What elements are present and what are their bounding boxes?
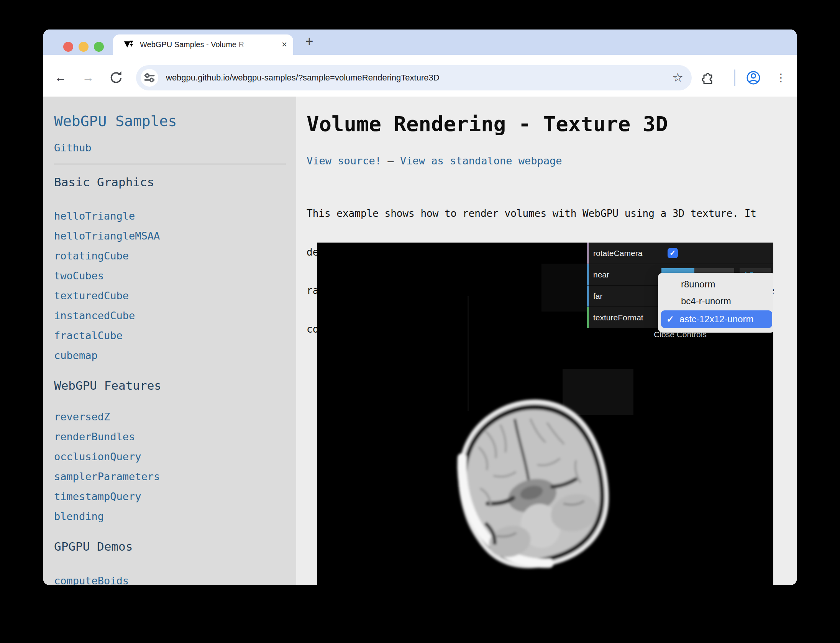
sidebar-link-samplerparameters[interactable]: samplerParameters: [54, 471, 160, 482]
tab-strip: WebGPU Samples - Volume R × +: [43, 30, 797, 55]
textureformat-dropdown-menu: r8unorm bc4-r-unorm ✓ astc-12x12-unorm: [658, 273, 773, 333]
selected-option-label: astc-12x12-unorm: [679, 310, 753, 328]
sidebar-divider: [54, 164, 286, 164]
url-bar[interactable]: webgpu.github.io/webgpu-samples/?sample=…: [136, 65, 692, 90]
toolbar-separator: [734, 69, 735, 86]
url-text[interactable]: webgpu.github.io/webgpu-samples/?sample=…: [166, 65, 440, 90]
sidebar-heading-basic-graphics: Basic Graphics: [54, 175, 154, 189]
traffic-zoom-button[interactable]: [94, 42, 104, 52]
row-stripe: [587, 307, 589, 328]
rotatecamera-label: rotateCamera: [593, 243, 642, 264]
profile-avatar-icon[interactable]: [746, 70, 761, 85]
sidebar-link-texturedcube[interactable]: texturedCube: [54, 290, 129, 302]
reload-icon[interactable]: [108, 70, 124, 85]
sidebar-link-cubemap[interactable]: cubemap: [54, 349, 98, 361]
sidebar-heading-gpgpu-demos: GPGPU Demos: [54, 540, 133, 553]
sidebar-link-timestampquery[interactable]: timestampQuery: [54, 490, 141, 502]
forward-icon: →: [80, 70, 96, 85]
dropdown-option-r8unorm[interactable]: r8unorm: [681, 277, 769, 292]
rotatecamera-checkbox[interactable]: ✓: [668, 248, 678, 258]
near-label: near: [593, 264, 609, 285]
traffic-close-button[interactable]: [63, 42, 73, 52]
sidebar-link-fractalcube[interactable]: fractalCube: [54, 330, 123, 341]
textureformat-label: textureFormat: [593, 307, 643, 328]
standalone-link[interactable]: View as standalone webpage: [400, 155, 562, 167]
sidebar-link-twocubes[interactable]: twoCubes: [54, 270, 104, 282]
row-stripe: [587, 243, 589, 264]
view-source-link[interactable]: View source!: [307, 155, 381, 167]
far-label: far: [593, 285, 603, 307]
webgpu-favicon-icon: [124, 39, 135, 50]
sidebar-link-rotatingcube[interactable]: rotatingCube: [54, 250, 129, 262]
sidebar-link-instancedcube[interactable]: instancedCube: [54, 310, 135, 322]
back-icon[interactable]: ←: [53, 70, 68, 85]
traffic-minimize-button[interactable]: [79, 42, 89, 52]
browser-toolbar: ← → webgpu.github.io/webgpu-samples/?sam…: [43, 55, 797, 97]
page-content: WebGPU Samples Github Basic Graphics hel…: [43, 97, 797, 585]
main-content: Volume Rendering - Texture 3D View sourc…: [296, 97, 797, 585]
sidebar-link-reversedz[interactable]: reversedZ: [54, 411, 110, 423]
selected-check-icon: ✓: [666, 310, 674, 328]
dropdown-option-selected[interactable]: ✓ astc-12x12-unorm: [661, 310, 772, 328]
sidebar-nav: WebGPU Samples Github Basic Graphics hel…: [43, 97, 296, 585]
sample-links: View source! – View as standalone webpag…: [307, 155, 562, 167]
row-stripe: [587, 264, 589, 285]
sidebar-link-occlusionquery[interactable]: occlusionQuery: [54, 451, 141, 463]
description-line: This example shows how to render volumes…: [307, 207, 774, 220]
page-title: Volume Rendering - Texture 3D: [307, 112, 668, 136]
sidebar-title: WebGPU Samples: [54, 113, 177, 130]
tune-icon: [141, 69, 158, 87]
sidebar-heading-webgpu-features: WebGPU Features: [54, 379, 161, 392]
sidebar-link-computeboids[interactable]: computeBoids: [54, 575, 129, 585]
sidebar-link-github[interactable]: Github: [54, 142, 92, 154]
sidebar-link-renderbundles[interactable]: renderBundles: [54, 431, 135, 443]
browser-tab[interactable]: WebGPU Samples - Volume R ×: [113, 34, 293, 55]
browser-window: WebGPU Samples - Volume R × + ← → webgpu…: [43, 30, 797, 585]
sidebar-link-blending[interactable]: blending: [54, 510, 104, 522]
row-stripe: [587, 285, 589, 307]
new-tab-button[interactable]: +: [299, 31, 320, 52]
sidebar-link-hellotrianglemsaa[interactable]: helloTriangleMSAA: [54, 230, 160, 242]
tab-title-fade: [232, 34, 256, 55]
tab-close-icon[interactable]: ×: [282, 34, 287, 55]
menu-dots-icon[interactable]: ⋮: [773, 70, 789, 85]
webgpu-canvas[interactable]: rotateCamera ✓ near 4.3 far: [317, 243, 773, 585]
sidebar-link-hellotriangle[interactable]: helloTriangle: [54, 210, 135, 222]
extensions-icon[interactable]: [699, 70, 715, 85]
dropdown-option-bc4[interactable]: bc4-r-unorm: [681, 294, 769, 309]
links-separator: –: [387, 155, 394, 167]
bookmark-star-icon[interactable]: ☆: [672, 65, 683, 90]
site-settings-button[interactable]: [141, 69, 158, 87]
gui-row-rotatecamera: rotateCamera ✓: [587, 243, 773, 264]
